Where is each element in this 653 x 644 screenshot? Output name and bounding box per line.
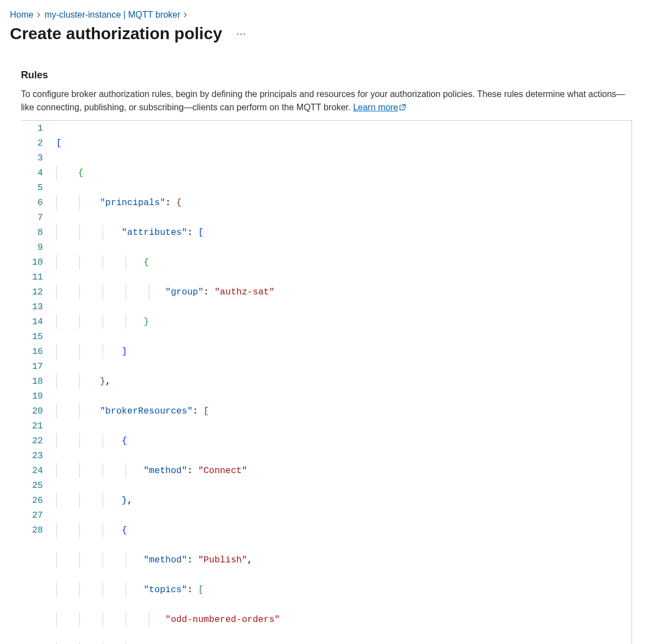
breadcrumb-home[interactable]: Home [10,10,34,20]
line-number: 10 [31,255,43,270]
line-number: 9 [31,240,43,255]
breadcrumb: Home my-cluster-instance | MQTT broker [10,10,643,20]
line-number: 17 [31,359,43,374]
page-title: Create authorization policy [10,24,222,43]
line-number: 14 [31,314,43,329]
line-number: 2 [31,136,43,151]
line-number: 3 [31,151,43,165]
line-number: 21 [31,418,43,433]
line-number: 15 [31,329,43,344]
line-number: 16 [31,344,43,359]
line-number: 4 [31,165,43,180]
line-number: 20 [31,404,43,418]
line-number: 23 [31,448,43,463]
line-number: 7 [31,210,43,225]
line-number: 28 [31,523,43,538]
chevron-right-icon [184,10,188,19]
code-body[interactable]: [ { "principals": { "attributes": [ { "g… [52,121,632,644]
line-number: 18 [31,374,43,389]
external-link-icon [399,101,406,115]
page-title-row: Create authorization policy ··· [10,24,643,43]
line-number: 25 [31,478,43,493]
section-description: To configure broker authorization rules,… [21,88,632,115]
chevron-right-icon [37,10,41,19]
line-number: 13 [31,299,43,314]
line-number: 12 [31,285,43,299]
line-number: 27 [31,508,43,523]
breadcrumb-cluster[interactable]: my-cluster-instance | MQTT broker [45,10,181,20]
section-heading: Rules [21,69,632,81]
line-number: 1 [31,121,43,136]
line-number: 8 [31,225,43,240]
line-number: 11 [31,270,43,285]
line-number: 22 [31,433,43,448]
line-number: 24 [31,463,43,478]
line-number-gutter: 1234567891011121314151617181920212223242… [21,121,52,644]
learn-more-link[interactable]: Learn more [353,103,407,112]
line-number: 6 [31,195,43,210]
line-number: 5 [31,180,43,195]
section-description-text: To configure broker authorization rules,… [21,89,625,112]
line-number: 26 [31,493,43,508]
more-actions-button[interactable]: ··· [232,26,251,41]
json-editor[interactable]: 1234567891011121314151617181920212223242… [21,120,632,644]
line-number: 19 [31,389,43,404]
rules-section: Rules To configure broker authorization … [21,69,632,644]
